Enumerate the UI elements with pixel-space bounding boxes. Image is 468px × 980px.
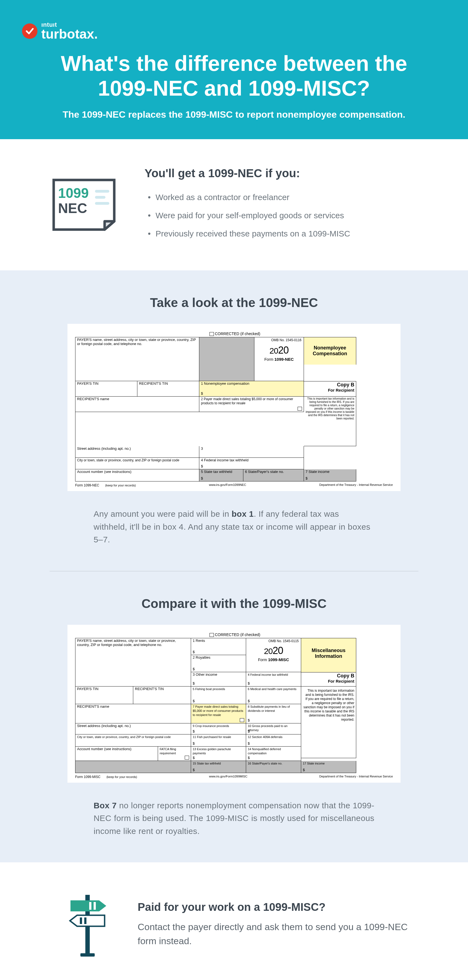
side-fine-print: This is important tax information and is… <box>306 397 354 420</box>
payer-block-label: PAYER'S name, street address, city or to… <box>77 337 196 346</box>
city-label: City or town, state or province, country… <box>77 458 179 462</box>
list-item: Worked as a contractor or freelancer <box>148 188 420 207</box>
recip-tin-label: RECIPIENT'S TIN <box>139 382 168 385</box>
form-footer: Form 1099-NEC (keep for your records) ww… <box>75 482 393 487</box>
signpost-icon <box>58 890 118 959</box>
dollar: $ <box>248 699 250 703</box>
recip-name-label: RECIPIENT'S name <box>77 705 109 708</box>
corrected-text: CORRECTED (if checked) <box>215 633 260 637</box>
box7-label: 7 Payer made direct sales totaling $5,00… <box>193 705 243 716</box>
box-8: 8 Substitute payments in lieu of dividen… <box>246 704 301 724</box>
box-1: 1 Nonemployee compensation$ <box>199 381 304 396</box>
footer-dept: Department of the Treasury - Internal Re… <box>319 775 393 779</box>
box6-label: 6 Medical and health care payments <box>248 687 297 690</box>
cap-a: no longer reports nonemployment compensa… <box>94 801 374 835</box>
side-form-label: Miscellaneous Information <box>301 638 356 672</box>
box10-label: 10 Gross proceeds paid to an attorney <box>248 724 287 732</box>
box-7: 7 State income$ <box>304 469 356 482</box>
corrected-label: CORRECTED (if checked) <box>75 632 393 638</box>
payer-block: PAYER'S name, street address, city or to… <box>75 638 191 687</box>
svg-text:1099: 1099 <box>58 186 89 201</box>
box-9: 9 Crop insurance proceeds$ <box>191 724 246 735</box>
copy-b: Copy B <box>306 382 354 388</box>
nec-form-heading: Take a look at the 1099-NEC <box>33 295 435 310</box>
dollar: $ <box>193 741 195 746</box>
svg-rect-3 <box>95 196 105 199</box>
footer-keep: (keep for your records) <box>106 775 137 778</box>
gray-void-box <box>199 337 254 381</box>
box12-label: 12 Section 409A deferrals <box>248 735 282 738</box>
document-1099-icon: 1099 NEC <box>48 175 120 235</box>
box2-label: 2 Royalties <box>193 655 210 660</box>
recipient-name: RECIPIENT'S name <box>75 396 199 412</box>
city-line: City or town, state or province, country… <box>75 735 191 746</box>
footer-dept: Department of the Treasury - Internal Re… <box>319 483 393 487</box>
box2-label: 2 Payer made direct sales totaling $5,00… <box>201 397 293 405</box>
box-5: 5 Fishing boat proceeds$ <box>191 687 246 704</box>
dollar: $ <box>248 681 250 686</box>
form-1099-nec: CORRECTED (if checked) PAYER'S name, str… <box>67 324 401 491</box>
box13-label: 13 Excess golden parachute payments <box>193 748 231 755</box>
dollar: $ <box>303 768 305 772</box>
header: ıntuıt turbotax. What's the difference b… <box>0 0 468 139</box>
recip-name-label: RECIPIENT'S name <box>77 397 109 401</box>
paid-heading: Paid for your work on a 1099-MISC? <box>138 901 410 913</box>
form-word: Form <box>264 357 274 361</box>
side-text-cell: This is important tax information and is… <box>304 396 356 446</box>
payer-tin: PAYER'S TIN <box>75 687 133 704</box>
page-subhead: The 1099-NEC replaces the 1099-MISC to r… <box>16 109 452 120</box>
street-label: Street address (including apt. no.) <box>77 447 131 450</box>
box-13: 13 Excess golden parachute payments$ <box>191 746 246 761</box>
dollar: $ <box>193 650 195 654</box>
copy-b-cell: Copy B For Recipient <box>301 672 356 687</box>
gray-bottom <box>75 761 191 773</box>
logo-dot: . <box>94 27 98 41</box>
box3-label: 3 <box>201 447 203 450</box>
year-a: 20 <box>270 346 278 355</box>
dollar: $ <box>193 681 195 686</box>
box-10: 10 Gross proceeds paid to an attorney$ <box>246 724 301 735</box>
box1-label: 1 Rents <box>193 638 205 643</box>
title-line-1: What's the difference between the <box>61 51 407 75</box>
form-footer: Form 1099-MISC (keep for your records) w… <box>75 773 393 779</box>
box-4: 4 Federal income tax withheld$ <box>246 672 301 687</box>
box-3: 3 Other income$ <box>191 672 246 687</box>
paid-body: Contact the payer directly and ask them … <box>138 920 410 948</box>
account-number: Account number (see instructions) <box>75 469 199 482</box>
payer-block: PAYER'S name, street address, city or to… <box>75 337 199 381</box>
box4-label: 4 Federal income tax withheld <box>248 673 288 676</box>
dollar: $ <box>248 730 250 733</box>
nec-form-section: Take a look at the 1099-NEC CORRECTED (i… <box>0 270 468 862</box>
copy-b: Copy B <box>303 673 354 679</box>
side-form-label: Nonemployee Compensation <box>304 337 356 364</box>
footer-url: www.irs.gov/Form1099MISC <box>209 775 247 779</box>
corrected-label: CORRECTED (if checked) <box>75 331 393 337</box>
street-address: Street address (including apt. no.) <box>75 446 199 458</box>
nec-intro-section: 1099 NEC You'll get a 1099-NEC if you: W… <box>0 139 468 270</box>
dollar: $ <box>201 465 203 468</box>
dollar: $ <box>193 756 195 760</box>
year-a: 20 <box>264 646 273 655</box>
footer-keep: (keep for your records) <box>105 484 136 487</box>
nec-intro-text: You'll get a 1099-NEC if you: Worked as … <box>144 167 420 243</box>
box17-label: 17 State income <box>303 762 325 765</box>
box14-label: 14 Nonqualified deferred compensation <box>248 748 281 755</box>
box8-label: 8 Substitute payments in lieu of dividen… <box>248 705 290 713</box>
for-recipient: For Recipient <box>303 679 354 684</box>
city-label: City or town, state or province, country… <box>77 735 171 738</box>
fatca-box: FATCA filing requirement <box>158 746 191 761</box>
recipient-tin: RECIPIENT'S TIN <box>137 381 199 396</box>
dollar: $ <box>201 477 203 480</box>
box1-label: 1 Nonemployee compensation <box>201 382 249 385</box>
dollar: $ <box>193 699 195 703</box>
box-2: 2 Royalties$ <box>191 655 246 672</box>
cap-bold: box 1 <box>232 509 254 519</box>
logo: ıntuıt turbotax. <box>16 22 452 40</box>
dollar: $ <box>201 391 203 396</box>
dollar: $ <box>248 719 250 722</box>
payer-tin-label: PAYER'S TIN <box>77 687 98 691</box>
nec-intro-list: Worked as a contractor or freelancer Wer… <box>144 188 420 243</box>
fatca-label: FATCA filing requirement <box>160 748 176 755</box>
recipient-tin: RECIPIENT'S TIN <box>133 687 191 704</box>
svg-rect-10 <box>84 918 86 924</box>
